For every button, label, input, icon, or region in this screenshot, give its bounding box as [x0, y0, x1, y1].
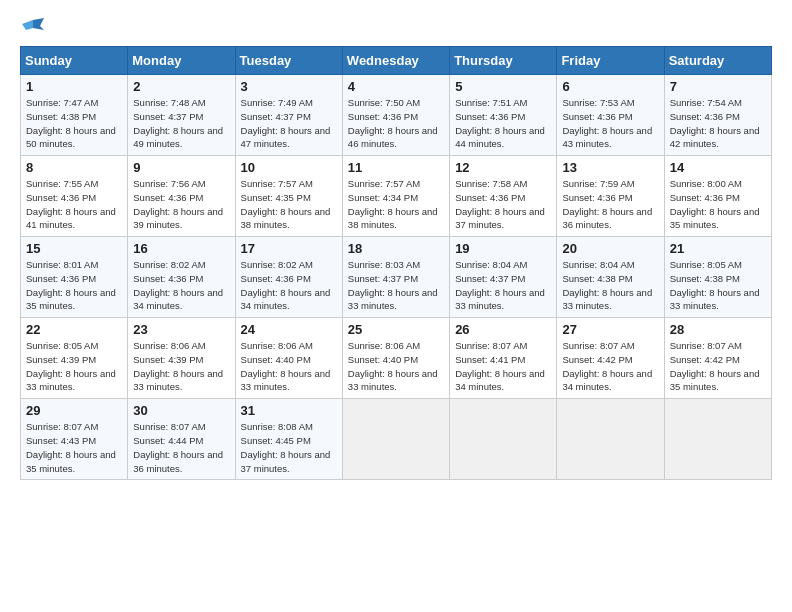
calendar-cell: 15Sunrise: 8:01 AMSunset: 4:36 PMDayligh… [21, 237, 128, 318]
day-number: 23 [133, 322, 230, 337]
day-number: 5 [455, 79, 552, 94]
cell-details: Sunrise: 8:02 AMSunset: 4:36 PMDaylight:… [241, 258, 338, 313]
logo-bird-icon [22, 16, 44, 38]
calendar-header-row: SundayMondayTuesdayWednesdayThursdayFrid… [21, 47, 772, 75]
cell-details: Sunrise: 7:59 AMSunset: 4:36 PMDaylight:… [562, 177, 659, 232]
calendar-cell: 23Sunrise: 8:06 AMSunset: 4:39 PMDayligh… [128, 318, 235, 399]
cell-details: Sunrise: 8:06 AMSunset: 4:40 PMDaylight:… [348, 339, 445, 394]
calendar-cell: 25Sunrise: 8:06 AMSunset: 4:40 PMDayligh… [342, 318, 449, 399]
cell-details: Sunrise: 8:07 AMSunset: 4:41 PMDaylight:… [455, 339, 552, 394]
calendar-cell [342, 399, 449, 480]
calendar-cell: 20Sunrise: 8:04 AMSunset: 4:38 PMDayligh… [557, 237, 664, 318]
weekday-header: Thursday [450, 47, 557, 75]
day-number: 25 [348, 322, 445, 337]
day-number: 11 [348, 160, 445, 175]
calendar-cell: 30Sunrise: 8:07 AMSunset: 4:44 PMDayligh… [128, 399, 235, 480]
cell-details: Sunrise: 8:07 AMSunset: 4:42 PMDaylight:… [562, 339, 659, 394]
cell-details: Sunrise: 8:04 AMSunset: 4:37 PMDaylight:… [455, 258, 552, 313]
day-number: 18 [348, 241, 445, 256]
page-header [20, 16, 772, 34]
day-number: 8 [26, 160, 123, 175]
calendar-cell: 3Sunrise: 7:49 AMSunset: 4:37 PMDaylight… [235, 75, 342, 156]
cell-details: Sunrise: 7:58 AMSunset: 4:36 PMDaylight:… [455, 177, 552, 232]
day-number: 21 [670, 241, 767, 256]
calendar-table: SundayMondayTuesdayWednesdayThursdayFrid… [20, 46, 772, 480]
calendar-cell [557, 399, 664, 480]
day-number: 27 [562, 322, 659, 337]
day-number: 19 [455, 241, 552, 256]
cell-details: Sunrise: 7:54 AMSunset: 4:36 PMDaylight:… [670, 96, 767, 151]
day-number: 31 [241, 403, 338, 418]
cell-details: Sunrise: 7:53 AMSunset: 4:36 PMDaylight:… [562, 96, 659, 151]
day-number: 17 [241, 241, 338, 256]
cell-details: Sunrise: 8:02 AMSunset: 4:36 PMDaylight:… [133, 258, 230, 313]
cell-details: Sunrise: 8:05 AMSunset: 4:39 PMDaylight:… [26, 339, 123, 394]
calendar-cell: 29Sunrise: 8:07 AMSunset: 4:43 PMDayligh… [21, 399, 128, 480]
cell-details: Sunrise: 8:06 AMSunset: 4:40 PMDaylight:… [241, 339, 338, 394]
cell-details: Sunrise: 8:06 AMSunset: 4:39 PMDaylight:… [133, 339, 230, 394]
calendar-cell: 18Sunrise: 8:03 AMSunset: 4:37 PMDayligh… [342, 237, 449, 318]
day-number: 4 [348, 79, 445, 94]
day-number: 3 [241, 79, 338, 94]
cell-details: Sunrise: 7:50 AMSunset: 4:36 PMDaylight:… [348, 96, 445, 151]
calendar-week-row: 22Sunrise: 8:05 AMSunset: 4:39 PMDayligh… [21, 318, 772, 399]
calendar-week-row: 15Sunrise: 8:01 AMSunset: 4:36 PMDayligh… [21, 237, 772, 318]
cell-details: Sunrise: 8:03 AMSunset: 4:37 PMDaylight:… [348, 258, 445, 313]
cell-details: Sunrise: 7:51 AMSunset: 4:36 PMDaylight:… [455, 96, 552, 151]
cell-details: Sunrise: 8:07 AMSunset: 4:43 PMDaylight:… [26, 420, 123, 475]
calendar-cell: 21Sunrise: 8:05 AMSunset: 4:38 PMDayligh… [664, 237, 771, 318]
day-number: 20 [562, 241, 659, 256]
calendar-cell: 4Sunrise: 7:50 AMSunset: 4:36 PMDaylight… [342, 75, 449, 156]
day-number: 10 [241, 160, 338, 175]
cell-details: Sunrise: 8:04 AMSunset: 4:38 PMDaylight:… [562, 258, 659, 313]
cell-details: Sunrise: 8:05 AMSunset: 4:38 PMDaylight:… [670, 258, 767, 313]
cell-details: Sunrise: 7:49 AMSunset: 4:37 PMDaylight:… [241, 96, 338, 151]
day-number: 16 [133, 241, 230, 256]
weekday-header: Monday [128, 47, 235, 75]
svg-marker-1 [22, 20, 33, 30]
day-number: 30 [133, 403, 230, 418]
day-number: 28 [670, 322, 767, 337]
calendar-cell [450, 399, 557, 480]
cell-details: Sunrise: 7:57 AMSunset: 4:34 PMDaylight:… [348, 177, 445, 232]
svg-marker-0 [33, 18, 44, 30]
calendar-cell: 10Sunrise: 7:57 AMSunset: 4:35 PMDayligh… [235, 156, 342, 237]
day-number: 2 [133, 79, 230, 94]
weekday-header: Wednesday [342, 47, 449, 75]
day-number: 29 [26, 403, 123, 418]
weekday-header: Sunday [21, 47, 128, 75]
calendar-cell: 13Sunrise: 7:59 AMSunset: 4:36 PMDayligh… [557, 156, 664, 237]
calendar-cell: 5Sunrise: 7:51 AMSunset: 4:36 PMDaylight… [450, 75, 557, 156]
calendar-cell [664, 399, 771, 480]
day-number: 14 [670, 160, 767, 175]
calendar-cell: 28Sunrise: 8:07 AMSunset: 4:42 PMDayligh… [664, 318, 771, 399]
calendar-cell: 1Sunrise: 7:47 AMSunset: 4:38 PMDaylight… [21, 75, 128, 156]
calendar-week-row: 29Sunrise: 8:07 AMSunset: 4:43 PMDayligh… [21, 399, 772, 480]
calendar-cell: 26Sunrise: 8:07 AMSunset: 4:41 PMDayligh… [450, 318, 557, 399]
cell-details: Sunrise: 7:56 AMSunset: 4:36 PMDaylight:… [133, 177, 230, 232]
cell-details: Sunrise: 7:48 AMSunset: 4:37 PMDaylight:… [133, 96, 230, 151]
calendar-cell: 12Sunrise: 7:58 AMSunset: 4:36 PMDayligh… [450, 156, 557, 237]
calendar-week-row: 8Sunrise: 7:55 AMSunset: 4:36 PMDaylight… [21, 156, 772, 237]
calendar-cell: 24Sunrise: 8:06 AMSunset: 4:40 PMDayligh… [235, 318, 342, 399]
day-number: 22 [26, 322, 123, 337]
weekday-header: Tuesday [235, 47, 342, 75]
cell-details: Sunrise: 8:01 AMSunset: 4:36 PMDaylight:… [26, 258, 123, 313]
cell-details: Sunrise: 8:07 AMSunset: 4:42 PMDaylight:… [670, 339, 767, 394]
day-number: 13 [562, 160, 659, 175]
day-number: 15 [26, 241, 123, 256]
cell-details: Sunrise: 7:55 AMSunset: 4:36 PMDaylight:… [26, 177, 123, 232]
cell-details: Sunrise: 7:47 AMSunset: 4:38 PMDaylight:… [26, 96, 123, 151]
weekday-header: Friday [557, 47, 664, 75]
calendar-cell: 14Sunrise: 8:00 AMSunset: 4:36 PMDayligh… [664, 156, 771, 237]
calendar-cell: 8Sunrise: 7:55 AMSunset: 4:36 PMDaylight… [21, 156, 128, 237]
calendar-cell: 31Sunrise: 8:08 AMSunset: 4:45 PMDayligh… [235, 399, 342, 480]
logo [20, 16, 44, 34]
day-number: 9 [133, 160, 230, 175]
day-number: 1 [26, 79, 123, 94]
page-container: SundayMondayTuesdayWednesdayThursdayFrid… [0, 0, 792, 490]
calendar-cell: 2Sunrise: 7:48 AMSunset: 4:37 PMDaylight… [128, 75, 235, 156]
cell-details: Sunrise: 8:08 AMSunset: 4:45 PMDaylight:… [241, 420, 338, 475]
day-number: 24 [241, 322, 338, 337]
calendar-cell: 16Sunrise: 8:02 AMSunset: 4:36 PMDayligh… [128, 237, 235, 318]
